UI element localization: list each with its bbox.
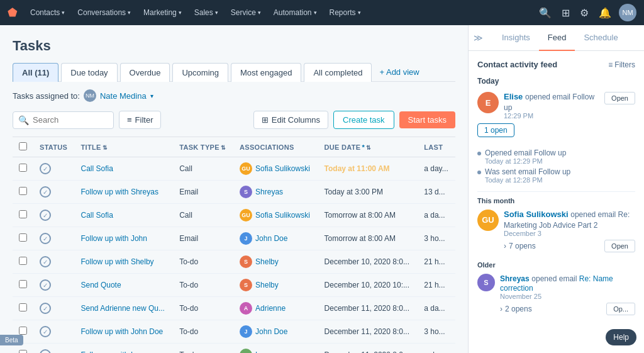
row-status: ✓ bbox=[33, 227, 75, 250]
assoc-link[interactable]: John Doe bbox=[255, 234, 287, 243]
row-checkbox[interactable] bbox=[19, 187, 27, 195]
col-associations: ASSOCIATIONS bbox=[233, 137, 318, 157]
toolbar: 🔍 ≡ Filter ⊞ Edit Columns Create task St… bbox=[13, 111, 455, 129]
row-checkbox[interactable] bbox=[19, 350, 27, 353]
sofia-opens-count[interactable]: › 7 opens bbox=[504, 242, 536, 250]
row-title: Send Adrienne new Qu... bbox=[75, 297, 174, 320]
col-task-type[interactable]: TASK TYPE⇅ bbox=[173, 137, 233, 157]
create-task-button[interactable]: Create task bbox=[333, 111, 394, 129]
col-title[interactable]: TITLE⇅ bbox=[75, 137, 174, 157]
due-date-value: Tomorrow at 8:00 AM bbox=[325, 211, 396, 220]
task-title-link[interactable]: Follow up with Shelby bbox=[81, 257, 154, 266]
row-last: 3 ho... bbox=[418, 227, 455, 250]
assoc-link[interactable]: Sofia Sulikowski bbox=[255, 164, 310, 173]
row-checkbox[interactable] bbox=[19, 210, 27, 218]
row-checkbox[interactable] bbox=[19, 233, 27, 242]
tab-overdue[interactable]: Overdue bbox=[120, 63, 170, 82]
tab-feed[interactable]: Feed bbox=[539, 25, 575, 51]
task-title-link[interactable]: Follow up with Shreyas bbox=[81, 188, 158, 196]
panel-collapse-icon[interactable]: ≫ bbox=[469, 26, 488, 49]
nav-conversations[interactable]: Conversations ▾ bbox=[72, 6, 136, 20]
due-date-value: Tomorrow at 8:00 AM bbox=[325, 234, 396, 243]
shreyas-open-button[interactable]: Op... bbox=[606, 303, 635, 315]
row-associations: S Shelby bbox=[233, 250, 318, 274]
task-title-link[interactable]: Call Sofia bbox=[81, 211, 113, 220]
row-checkbox[interactable] bbox=[19, 327, 27, 335]
beta-badge[interactable]: Beta bbox=[0, 335, 23, 345]
start-tasks-button[interactable]: Start tasks bbox=[399, 111, 455, 128]
row-title: Follow up with John bbox=[75, 227, 174, 250]
help-button[interactable]: Help bbox=[606, 329, 636, 345]
apps-icon[interactable]: ⊞ bbox=[559, 4, 572, 21]
add-view-button[interactable]: + Add view bbox=[374, 63, 424, 81]
nav-sales[interactable]: Sales ▾ bbox=[189, 6, 223, 20]
panel-tabs: Insights Feed Schedule bbox=[488, 25, 644, 50]
task-title-link[interactable]: Follow up with John bbox=[81, 234, 147, 243]
row-title: Follow up with Larry bbox=[75, 344, 174, 354]
filter-icon: ≡ bbox=[608, 60, 613, 69]
filter-button[interactable]: ≡ Filter bbox=[119, 111, 161, 129]
assoc-link[interactable]: Shreyas bbox=[255, 188, 283, 196]
elise-avatar: E bbox=[477, 92, 499, 113]
nav-marketing[interactable]: Marketing ▾ bbox=[138, 6, 187, 20]
row-checkbox[interactable] bbox=[19, 164, 27, 172]
search-input[interactable] bbox=[33, 115, 108, 125]
tab-most-engaged[interactable]: Most engaged bbox=[231, 63, 301, 82]
sofia-name-link[interactable]: Sofia Sulikowski bbox=[504, 210, 569, 219]
top-navigation: ⬟ Contacts ▾ Conversations ▾ Marketing ▾… bbox=[0, 0, 644, 25]
search-icon[interactable]: 🔍 bbox=[536, 4, 554, 21]
row-due-date: December 10, 2020 10:... bbox=[318, 274, 418, 297]
row-associations: S Shreyas bbox=[233, 181, 318, 204]
assoc-link[interactable]: Larry bbox=[255, 350, 272, 353]
assoc-link[interactable]: Sofia Sulikowski bbox=[255, 211, 310, 220]
assignee-name[interactable]: Nate Medina bbox=[100, 91, 147, 101]
tab-insights[interactable]: Insights bbox=[493, 25, 539, 51]
col-due-date[interactable]: DUE DATE*⇅ bbox=[318, 137, 418, 157]
user-avatar[interactable]: NM bbox=[619, 4, 636, 21]
assignee-dropdown-icon[interactable]: ▾ bbox=[150, 92, 153, 99]
hubspot-logo[interactable]: ⬟ bbox=[8, 6, 18, 20]
nav-contacts[interactable]: Contacts ▾ bbox=[25, 6, 70, 20]
elise-name-link[interactable]: Elise bbox=[504, 92, 523, 101]
tab-all[interactable]: All (11) bbox=[13, 63, 58, 82]
shreyas-opens-count[interactable]: › 2 opens bbox=[500, 305, 532, 313]
assoc-link[interactable]: John Doe bbox=[255, 327, 287, 336]
filters-button[interactable]: ≡ Filters bbox=[608, 60, 635, 69]
due-date-value: December 11, 2020 8:0... bbox=[325, 327, 409, 336]
tab-all-completed[interactable]: All completed bbox=[304, 63, 372, 82]
tab-upcoming[interactable]: Upcoming bbox=[172, 63, 228, 82]
table-row: ✓ Call Sofia Call GU Sofia Sulikowski To… bbox=[13, 204, 455, 227]
due-date-value: December 11, 2020 8:0... bbox=[325, 350, 409, 353]
row-checkbox[interactable] bbox=[19, 303, 27, 311]
shreyas-name-link[interactable]: Shreyas bbox=[500, 274, 530, 283]
opens-badge[interactable]: 1 open bbox=[477, 123, 514, 137]
search-box: 🔍 bbox=[13, 111, 114, 129]
sofia-open-button[interactable]: Open bbox=[604, 240, 635, 252]
assoc-link[interactable]: Shelby bbox=[255, 281, 279, 289]
tab-schedule[interactable]: Schedule bbox=[575, 25, 626, 51]
row-checkbox[interactable] bbox=[19, 280, 27, 288]
due-date-value: Today at 11:00 AM bbox=[325, 164, 390, 173]
search-icon: 🔍 bbox=[18, 115, 29, 125]
assoc-link[interactable]: Shelby bbox=[255, 257, 279, 266]
task-title-link[interactable]: Follow up with Larry bbox=[81, 350, 148, 353]
task-title-link[interactable]: Follow up with John Doe bbox=[81, 327, 164, 336]
task-title-link[interactable]: Send Adrienne new Qu... bbox=[81, 304, 165, 313]
elise-open-button[interactable]: Open bbox=[604, 92, 635, 104]
page-title: Tasks bbox=[13, 38, 455, 54]
shreyas-activity-row: S Shreyas opened email Re: Name correcti… bbox=[477, 274, 635, 315]
notifications-icon[interactable]: 🔔 bbox=[596, 4, 614, 21]
nav-reports[interactable]: Reports ▾ bbox=[325, 6, 366, 20]
assoc-avatar: L bbox=[240, 349, 252, 353]
task-title-link[interactable]: Call Sofia bbox=[81, 164, 113, 173]
assoc-link[interactable]: Adrienne bbox=[255, 304, 286, 313]
edit-columns-button[interactable]: ⊞ Edit Columns bbox=[253, 111, 328, 129]
task-title-link[interactable]: Send Quote bbox=[81, 281, 121, 289]
settings-icon[interactable]: ⚙ bbox=[577, 4, 591, 21]
nav-automation[interactable]: Automation ▾ bbox=[269, 6, 322, 20]
tab-due-today[interactable]: Due today bbox=[61, 63, 117, 82]
nav-service[interactable]: Service ▾ bbox=[226, 6, 266, 20]
row-checkbox[interactable] bbox=[19, 257, 27, 265]
row-status: ✓ bbox=[33, 250, 75, 274]
select-all-checkbox[interactable] bbox=[19, 142, 27, 150]
